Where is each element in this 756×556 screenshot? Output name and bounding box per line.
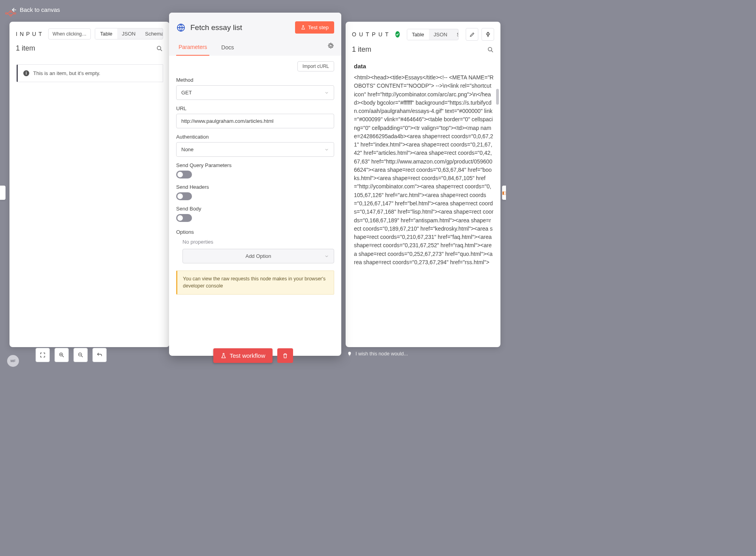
test-step-button[interactable]: Test step <box>295 21 334 34</box>
info-icon: i <box>23 70 29 76</box>
no-properties-text: No properties <box>182 239 334 245</box>
success-badge <box>395 31 400 38</box>
tab-docs[interactable]: Docs <box>219 41 236 55</box>
chevron-down-icon <box>324 147 329 152</box>
output-title: OUTPUT <box>352 31 391 38</box>
search-icon[interactable] <box>156 45 163 52</box>
input-trigger-pill[interactable]: When clicking ‘Ex <box>48 28 91 39</box>
zoom-in-button[interactable] <box>55 348 69 362</box>
input-tab-schema[interactable]: Schema <box>140 28 163 39</box>
right-drawer-handle[interactable]: ◧ <box>502 186 506 200</box>
pin-output-button[interactable] <box>481 28 494 41</box>
svg-point-5 <box>488 47 492 51</box>
globe-icon <box>176 23 186 32</box>
url-input[interactable] <box>181 118 329 124</box>
url-input-wrapper <box>176 114 334 128</box>
input-empty-item: i This is an item, but it's empty. <box>17 64 163 82</box>
auth-label: Authentication <box>176 134 334 140</box>
output-view-tabs: Table JSON Schema <box>407 29 459 40</box>
flask-icon <box>301 25 306 30</box>
body-toggle[interactable] <box>176 214 192 222</box>
scrollbar-thumb[interactable] <box>496 89 499 105</box>
delete-workflow-button[interactable] <box>277 348 293 363</box>
output-tab-table[interactable]: Table <box>407 29 429 40</box>
input-title: INPUT <box>16 31 44 37</box>
undo-button[interactable] <box>92 348 107 362</box>
input-item-count: 1 item <box>16 44 35 53</box>
headers-label: Send Headers <box>176 184 334 190</box>
output-tab-json[interactable]: JSON <box>429 29 452 40</box>
settings-button[interactable] <box>327 42 334 54</box>
input-tab-json[interactable]: JSON <box>117 28 141 39</box>
auth-select[interactable]: None <box>176 142 334 157</box>
query-params-label: Send Query Parameters <box>176 162 334 168</box>
output-item-count: 1 item <box>352 45 371 54</box>
output-panel: OUTPUT Table JSON Schema 1 item data <ht… <box>346 22 500 347</box>
input-view-tabs: Table JSON Schema <box>95 28 163 39</box>
lightbulb-icon <box>347 351 352 357</box>
user-avatar[interactable]: MF <box>7 355 19 367</box>
empty-message: This is an item, but it's empty. <box>33 70 100 76</box>
dev-console-tip: You can view the raw requests this node … <box>176 270 334 295</box>
left-drawer-handle[interactable] <box>0 186 6 200</box>
input-panel: INPUT When clicking ‘Ex Table JSON Schem… <box>9 22 169 347</box>
zoom-out-button[interactable] <box>73 348 88 362</box>
method-label: Method <box>176 77 334 83</box>
body-label: Send Body <box>176 206 334 212</box>
headers-toggle[interactable] <box>176 192 192 200</box>
node-config-modal: Fetch essay list Test step Parameters Do… <box>169 13 341 356</box>
chevron-down-icon <box>324 254 329 259</box>
flask-icon <box>220 353 226 359</box>
svg-point-4 <box>157 46 161 50</box>
canvas-toolbar <box>36 348 107 362</box>
edit-output-button[interactable] <box>466 28 478 41</box>
svg-point-2 <box>10 15 11 16</box>
feedback-prompt[interactable]: I wish this node would... <box>347 351 500 357</box>
search-icon[interactable] <box>487 46 494 53</box>
output-tab-schema[interactable]: Schema <box>452 29 459 40</box>
fit-view-button[interactable] <box>36 348 50 362</box>
output-data-area[interactable]: data <html><head><title>Essays</title><!… <box>350 60 497 342</box>
output-cell-value: <html><head><title>Essays</title><!-- <M… <box>351 73 497 270</box>
tab-parameters[interactable]: Parameters <box>176 41 209 56</box>
url-label: URL <box>176 105 334 111</box>
input-tab-table[interactable]: Table <box>95 28 117 39</box>
output-column-header: data <box>351 60 497 73</box>
query-params-toggle[interactable] <box>176 171 192 178</box>
method-select[interactable]: GET <box>176 85 334 100</box>
test-workflow-button[interactable]: Test workflow <box>213 348 272 363</box>
svg-point-0 <box>6 13 7 14</box>
gear-icon <box>327 42 334 49</box>
back-to-canvas-link[interactable]: Back to canvas <box>10 6 60 13</box>
options-label: Options <box>176 229 334 235</box>
trash-icon <box>282 353 288 359</box>
add-option-select[interactable]: Add Option <box>182 249 334 263</box>
chevron-down-icon <box>324 90 329 95</box>
back-label: Back to canvas <box>20 6 60 13</box>
import-curl-button[interactable]: Import cURL <box>297 61 334 71</box>
arrow-left-icon <box>10 7 17 13</box>
node-title: Fetch essay list <box>190 23 242 32</box>
